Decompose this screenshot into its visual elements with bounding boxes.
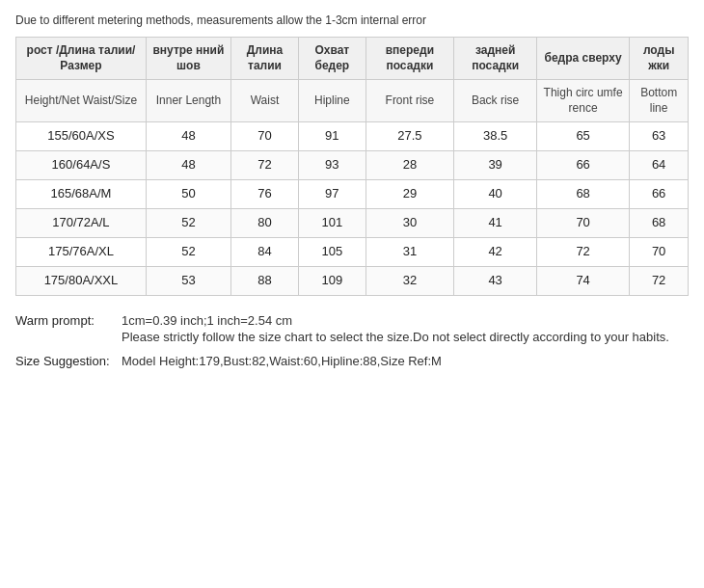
table-cell: 63 — [630, 122, 689, 151]
table-cell: 42 — [454, 237, 537, 266]
size-suggestion-content: Model Height:179,Bust:82,Waist:60,Hiplin… — [122, 354, 442, 370]
size-suggestion-row: Size Suggestion: Model Height:179,Bust:8… — [15, 354, 689, 370]
table-cell: 160/64A/S — [16, 151, 147, 180]
table-cell: 28 — [366, 151, 454, 180]
table-cell: 72 — [230, 151, 298, 180]
col-header-en-3: Hipline — [299, 80, 366, 122]
table-cell: 41 — [454, 209, 537, 238]
table-cell: 50 — [146, 180, 230, 209]
table-cell: 65 — [536, 122, 629, 151]
table-cell: 68 — [630, 209, 689, 238]
table-cell: 38.5 — [454, 122, 537, 151]
notice-text: Due to different metering methods, measu… — [15, 13, 689, 27]
table-row: 165/68A/M50769729406866 — [16, 180, 689, 209]
table-row: 160/64A/S48729328396664 — [16, 151, 689, 180]
table-cell: 70 — [630, 237, 689, 266]
size-suggestion-label: Size Suggestion: — [15, 354, 122, 368]
col-header-en-2: Waist — [230, 80, 298, 122]
warm-prompt-line2: Please strictly follow the size chart to… — [122, 330, 669, 344]
table-cell: 48 — [146, 151, 230, 180]
table-cell: 52 — [146, 237, 230, 266]
table-cell: 64 — [630, 151, 689, 180]
table-cell: 88 — [230, 266, 298, 295]
table-cell: 66 — [536, 151, 629, 180]
table-body: 155/60A/XS48709127.538.56563160/64A/S487… — [16, 122, 689, 295]
table-row: 155/60A/XS48709127.538.56563 — [16, 122, 689, 151]
table-cell: 101 — [299, 209, 366, 238]
table-cell: 76 — [230, 180, 298, 209]
warm-prompt-content: 1cm=0.39 inch;1 inch=2.54 cm Please stri… — [122, 313, 669, 346]
table-cell: 93 — [299, 151, 366, 180]
table-cell: 29 — [366, 180, 454, 209]
table-cell: 74 — [536, 266, 629, 295]
table-cell: 72 — [536, 237, 629, 266]
warm-prompt-row: Warm prompt: 1cm=0.39 inch;1 inch=2.54 c… — [15, 313, 689, 346]
table-cell: 52 — [146, 209, 230, 238]
table-cell: 175/76A/XL — [16, 237, 147, 266]
table-cell: 175/80A/XXL — [16, 266, 147, 295]
table-cell: 31 — [366, 237, 454, 266]
table-row: 175/80A/XXL538810932437472 — [16, 266, 689, 295]
col-header-ru-4: впереди посадки — [366, 38, 454, 80]
table-cell: 66 — [630, 180, 689, 209]
header-row-ru: рост /Длина талии/Размер внутре нний шов… — [16, 38, 689, 80]
table-cell: 91 — [299, 122, 366, 151]
col-header-ru-5: задней посадки — [454, 38, 537, 80]
table-row: 170/72A/L528010130417068 — [16, 209, 689, 238]
size-suggestion-text: Model Height:179,Bust:82,Waist:60,Hiplin… — [122, 354, 442, 368]
col-header-en-4: Front rise — [366, 80, 454, 122]
table-cell: 165/68A/M — [16, 180, 147, 209]
table-row: 175/76A/XL528410531427270 — [16, 237, 689, 266]
size-table: рост /Длина талии/Размер внутре нний шов… — [15, 37, 689, 296]
table-cell: 70 — [536, 209, 629, 238]
table-cell: 53 — [146, 266, 230, 295]
col-header-en-5: Back rise — [454, 80, 537, 122]
table-cell: 80 — [230, 209, 298, 238]
table-cell: 27.5 — [366, 122, 454, 151]
col-header-ru-7: лоды жки — [630, 38, 689, 80]
col-header-en-1: Inner Length — [146, 80, 230, 122]
table-cell: 48 — [146, 122, 230, 151]
col-header-en-0: Height/Net Waist/Size — [16, 80, 147, 122]
table-cell: 40 — [454, 180, 537, 209]
col-header-en-7: Bottom line — [630, 80, 689, 122]
table-cell: 32 — [366, 266, 454, 295]
col-header-ru-2: Длина талии — [230, 38, 298, 80]
warm-prompt-line1: 1cm=0.39 inch;1 inch=2.54 cm — [122, 313, 669, 328]
col-header-ru-0: рост /Длина талии/Размер — [16, 38, 147, 80]
table-cell: 97 — [299, 180, 366, 209]
col-header-ru-3: Охват бедер — [299, 38, 366, 80]
table-cell: 70 — [230, 122, 298, 151]
col-header-ru-6: бедра сверху — [536, 38, 629, 80]
table-cell: 84 — [230, 237, 298, 266]
table-cell: 39 — [454, 151, 537, 180]
col-header-en-6: Thigh circ umfe rence — [536, 80, 629, 122]
table-cell: 30 — [366, 209, 454, 238]
table-cell: 155/60A/XS — [16, 122, 147, 151]
table-cell: 105 — [299, 237, 366, 266]
table-cell: 109 — [299, 266, 366, 295]
table-cell: 72 — [630, 266, 689, 295]
header-row-en: Height/Net Waist/Size Inner Length Waist… — [16, 80, 689, 122]
warm-prompt-label: Warm prompt: — [15, 313, 122, 328]
table-cell: 43 — [454, 266, 537, 295]
footer-section: Warm prompt: 1cm=0.39 inch;1 inch=2.54 c… — [15, 313, 689, 370]
table-cell: 68 — [536, 180, 629, 209]
table-cell: 170/72A/L — [16, 209, 147, 238]
col-header-ru-1: внутре нний шов — [146, 38, 230, 80]
